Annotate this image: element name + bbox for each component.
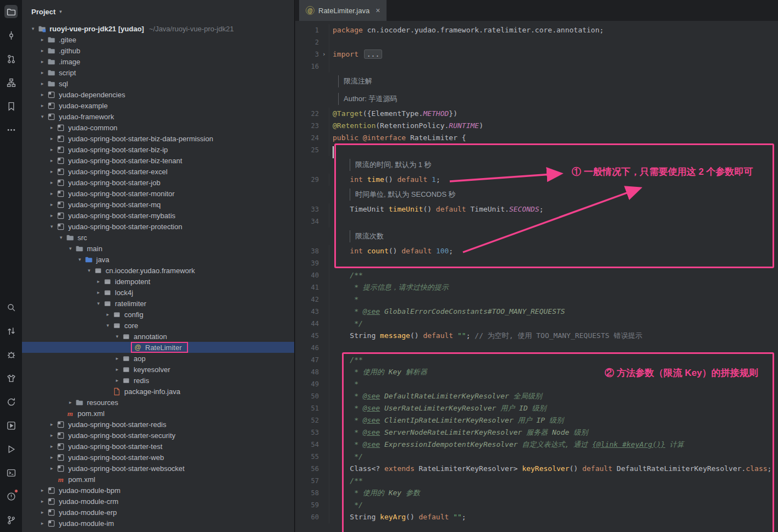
tree-item-ruoyi-vue-pro-jdk21-yudao[interactable]: ▾ruoyi-vue-pro-jdk21 [yudao]~/Java/ruoyi…	[22, 23, 294, 34]
chevron-right-icon[interactable]: ▸	[47, 433, 56, 438]
chevron-down-icon[interactable]: ▾	[103, 323, 112, 328]
tree-item-gitee[interactable]: ▸.gitee	[22, 34, 294, 45]
code-line-16[interactable]: 16	[295, 60, 778, 73]
tree-item-annotation[interactable]: ▾annotation	[22, 331, 294, 342]
tree-item-redis[interactable]: ▸redis	[22, 375, 294, 386]
tree-item-ratelimiter[interactable]: ▾ratelimiter	[22, 298, 294, 309]
tree-item-yudao-spring-boot-starter-excel[interactable]: ▸yudao-spring-boot-starter-excel	[22, 166, 294, 177]
tree-item-aop[interactable]: ▸aop	[22, 353, 294, 364]
more-tools-icon[interactable]	[4, 123, 18, 136]
services-icon[interactable]	[4, 419, 18, 432]
code-line-53[interactable]: 53 * @see ServerNodeRateLimiterKeyResolv…	[295, 426, 778, 439]
chevron-right-icon[interactable]: ▸	[103, 312, 112, 317]
tree-item-yudao-spring-boot-starter-mybatis[interactable]: ▸yudao-spring-boot-starter-mybatis	[22, 210, 294, 221]
tree-item-image[interactable]: ▸.image	[22, 56, 294, 67]
chevron-right-icon[interactable]: ▸	[38, 70, 47, 75]
tree-item-pom-xml[interactable]: mpom.xml	[22, 408, 294, 419]
chevron-right-icon[interactable]: ▸	[47, 465, 56, 471]
chevron-right-icon[interactable]: ▸	[47, 125, 56, 130]
tree-item-script[interactable]: ▸script	[22, 67, 294, 78]
code-line-29[interactable]: 29 int time() default 1;	[295, 174, 778, 186]
chevron-right-icon[interactable]: ▸	[66, 400, 75, 405]
code-line-34[interactable]: 34	[295, 215, 778, 228]
tree-item-yudao-spring-boot-starter-redis[interactable]: ▸yudao-spring-boot-starter-redis	[22, 419, 294, 430]
code-line-46[interactable]: 46	[295, 342, 778, 354]
tree-item-lock4j[interactable]: ▸lock4j	[22, 287, 294, 298]
chevron-right-icon[interactable]: ▸	[47, 444, 56, 449]
tree-item-yudao-module-im[interactable]: ▸yudao-module-im	[22, 518, 294, 529]
tree-item-github[interactable]: ▸.github	[22, 45, 294, 56]
code-line-43[interactable]: 43 * @see GlobalErrorCodeConstants#TOO_M…	[295, 306, 778, 318]
tree-item-core[interactable]: ▾core	[22, 320, 294, 331]
chevron-down-icon[interactable]: ▾	[38, 114, 47, 119]
tree-item-yudao-spring-boot-starter-security[interactable]: ▸yudao-spring-boot-starter-security	[22, 430, 294, 441]
structure-icon[interactable]	[4, 76, 18, 89]
code-line-23[interactable]: 23@Retention(RetentionPolicy.RUNTIME)	[295, 120, 778, 132]
code-line-55[interactable]: 55 */	[295, 451, 778, 463]
tab-ratelimiter-java[interactable]: @ RateLimiter.java ×	[299, 0, 387, 21]
chevron-right-icon[interactable]: ▸	[38, 509, 47, 515]
code-line-38[interactable]: 38 int count() default 100;	[295, 245, 778, 257]
chevron-right-icon[interactable]: ▸	[47, 147, 56, 152]
chevron-down-icon[interactable]: ▾	[66, 246, 75, 251]
chevron-right-icon[interactable]: ▸	[38, 37, 47, 42]
project-panel-header[interactable]: Project ▾	[22, 0, 294, 23]
bookmarks-icon[interactable]	[4, 99, 18, 113]
tree-item-yudao-spring-boot-starter-biz-data-permission[interactable]: ▸yudao-spring-boot-starter-biz-data-perm…	[22, 133, 294, 144]
tree-item-yudao-module-bpm[interactable]: ▸yudao-module-bpm	[22, 485, 294, 496]
tree-item-java[interactable]: ▾java	[22, 254, 294, 265]
chevron-right-icon[interactable]: ▸	[47, 180, 56, 185]
commit-icon[interactable]	[4, 29, 18, 42]
chevron-right-icon[interactable]: ▸	[47, 136, 56, 141]
chevron-right-icon[interactable]: ▸	[47, 213, 56, 218]
chevron-right-icon[interactable]: ▸	[47, 422, 56, 427]
tree-item-yudao-spring-boot-starter-monitor[interactable]: ▸yudao-spring-boot-starter-monitor	[22, 188, 294, 199]
tree-item-idempotent[interactable]: ▸idempotent	[22, 276, 294, 287]
chevron-down-icon[interactable]: ▾	[47, 224, 56, 229]
code-line-60[interactable]: 60 String keyArg() default "";	[295, 511, 778, 523]
chevron-down-icon[interactable]: ▾	[29, 26, 37, 31]
tree-item-yudao-spring-boot-starter-job[interactable]: ▸yudao-spring-boot-starter-job	[22, 177, 294, 188]
code-line-48[interactable]: 48 * 使用的 Key 解析器	[295, 366, 778, 378]
code-line-41[interactable]: 41 * 提示信息，请求过快的提示	[295, 281, 778, 293]
tree-item-pom-xml[interactable]: mpom.xml	[22, 474, 294, 485]
code-line-3[interactable]: 3›import ...	[295, 48, 778, 60]
tree-item-ratelimiter[interactable]: @RateLimiter	[22, 342, 294, 353]
code-line-45[interactable]: 45 String message() default ""; // 为空时, …	[295, 330, 778, 342]
tree-item-yudao-module-erp[interactable]: ▸yudao-module-erp	[22, 507, 294, 518]
tree-item-package-info-java[interactable]: package-info.java	[22, 386, 294, 397]
code-line-47[interactable]: 47 /**	[295, 354, 778, 366]
git-branch-icon[interactable]	[4, 513, 18, 527]
chevron-right-icon[interactable]: ▸	[47, 169, 56, 174]
code-line-33[interactable]: 33 TimeUnit timeUnit() default TimeUnit.…	[295, 203, 778, 215]
tree-item-yudao-spring-boot-starter-biz-tenant[interactable]: ▸yudao-spring-boot-starter-biz-tenant	[22, 155, 294, 166]
chevron-right-icon[interactable]: ▸	[38, 92, 47, 97]
code-line-49[interactable]: 49 *	[295, 378, 778, 390]
chevron-right-icon[interactable]: ▸	[47, 455, 56, 460]
vcs-update-icon[interactable]	[4, 324, 18, 337]
code-line-44[interactable]: 44 */	[295, 318, 778, 330]
code-line-58[interactable]: 58 * 使用的 Key 参数	[295, 487, 778, 499]
chevron-down-icon[interactable]: ▾	[113, 334, 122, 339]
chevron-right-icon[interactable]: ▸	[38, 498, 47, 504]
tree-item-resources[interactable]: ▸resources	[22, 397, 294, 408]
chevron-down-icon[interactable]: ▾	[75, 257, 84, 262]
chevron-right-icon[interactable]: ▸	[47, 202, 56, 207]
code-line-40[interactable]: 40 /**	[295, 269, 778, 281]
notifications-icon[interactable]	[4, 490, 18, 503]
tree-item-yudao-spring-boot-starter-mq[interactable]: ▸yudao-spring-boot-starter-mq	[22, 199, 294, 210]
code-line-39[interactable]: 39	[295, 257, 778, 269]
code-line-57[interactable]: 57 /**	[295, 475, 778, 487]
code-line-59[interactable]: 59 */	[295, 499, 778, 511]
code-line-22[interactable]: 22@Target({ElementType.METHOD})	[295, 108, 778, 120]
close-tab-icon[interactable]: ×	[376, 6, 380, 15]
chevron-down-icon[interactable]: ▾	[94, 301, 103, 306]
tree-item-main[interactable]: ▾main	[22, 243, 294, 254]
chevron-down-icon[interactable]: ▾	[57, 235, 65, 240]
code-line-1[interactable]: 1package cn.iocoder.yudao.framework.rate…	[295, 24, 778, 36]
debug-icon[interactable]	[4, 348, 18, 361]
tree-item-yudao-dependencies[interactable]: ▸yudao-dependencies	[22, 89, 294, 100]
tree-item-yudao-common[interactable]: ▸yudao-common	[22, 122, 294, 133]
profiler-icon[interactable]	[4, 372, 18, 385]
code-line-50[interactable]: 50 * @see DefaultRateLimiterKeyResolver …	[295, 390, 778, 402]
